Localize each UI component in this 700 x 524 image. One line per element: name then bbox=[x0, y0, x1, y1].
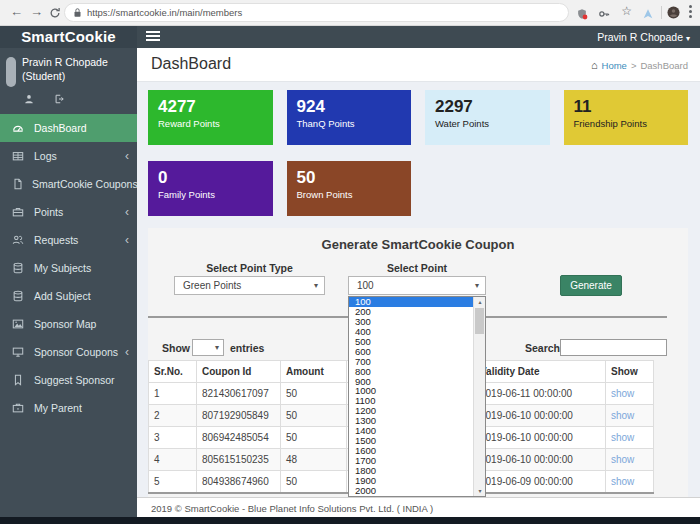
scroll-up-icon[interactable]: ▴ bbox=[474, 297, 486, 307]
sidebar-item-label: Sponsor Map bbox=[34, 318, 129, 330]
table-cell: 804938674960 bbox=[197, 471, 281, 493]
show-link[interactable]: show bbox=[611, 410, 634, 421]
image-icon bbox=[12, 318, 26, 330]
app-navbar: SmartCookie Pravin R Chopade▾ bbox=[0, 26, 700, 48]
extension-blue-icon[interactable] bbox=[642, 6, 654, 24]
table-cell: 50 bbox=[281, 471, 347, 493]
chevron-down-icon: ▾ bbox=[475, 281, 479, 290]
user-dropdown[interactable]: Pravin R Chopade▾ bbox=[597, 26, 690, 48]
scroll-down-icon[interactable]: ▾ bbox=[474, 486, 486, 496]
dropdown-option[interactable]: 2000 bbox=[349, 486, 473, 496]
home-icon: ⌂ bbox=[591, 59, 598, 71]
scrollbar-thumb[interactable] bbox=[475, 308, 484, 334]
show-link[interactable]: show bbox=[611, 388, 634, 399]
database-icon bbox=[12, 290, 26, 302]
breadcrumb: ⌂ Home > DashBoard bbox=[591, 48, 688, 82]
sidebar-item-suggest-sponsor[interactable]: Suggest Sponsor bbox=[0, 366, 137, 394]
sidebar-item-sponsor-map[interactable]: Sponsor Map bbox=[0, 310, 137, 338]
stat-value: 50 bbox=[297, 168, 402, 188]
browser-back-icon[interactable]: ← bbox=[10, 3, 23, 21]
content-header: DashBoard ⌂ Home > DashBoard bbox=[137, 48, 700, 82]
table-cell: 3 bbox=[149, 427, 197, 449]
bookmark-star-icon[interactable]: ☆ bbox=[621, 4, 632, 18]
sidebar-item-requests[interactable]: Requests‹ bbox=[0, 226, 137, 254]
sidebar-item-logs[interactable]: Logs‹ bbox=[0, 142, 137, 170]
sign-out-icon[interactable] bbox=[54, 90, 64, 108]
stat-value: 11 bbox=[574, 97, 679, 117]
show-cell: show bbox=[606, 383, 654, 405]
browser-refresh-icon[interactable] bbox=[49, 6, 61, 24]
show-link[interactable]: show bbox=[611, 432, 634, 443]
table-cell: 2019-06-10 00:00:00 bbox=[475, 427, 606, 449]
stat-label: Friendship Points bbox=[574, 118, 679, 129]
point-select[interactable]: 100▾ bbox=[348, 276, 486, 295]
chevron-left-icon: ‹ bbox=[125, 345, 129, 359]
profile-icon[interactable] bbox=[24, 90, 34, 108]
sidebar-item-label: My Subjects bbox=[34, 262, 129, 274]
sidebar-item-dashboard[interactable]: DashBoard bbox=[0, 114, 137, 142]
entries-label: entries bbox=[230, 342, 264, 354]
search-input[interactable] bbox=[560, 339, 667, 356]
footer-text: 2019 © SmartCookie - Blue Planet Info So… bbox=[151, 503, 433, 514]
table-cell: 50 bbox=[281, 405, 347, 427]
sidebar-item-my-subjects[interactable]: My Subjects bbox=[0, 254, 137, 282]
table-cell: 50 bbox=[281, 427, 347, 449]
sidebar: Pravin R Chopade(Student) DashBoardLogs‹… bbox=[0, 48, 137, 517]
table-cell: 50 bbox=[281, 383, 347, 405]
stat-card-family-points: 0Family Points bbox=[148, 161, 273, 216]
table-cell: 2019-06-10 00:00:00 bbox=[475, 405, 606, 427]
show-link[interactable]: show bbox=[611, 476, 634, 487]
show-cell: show bbox=[606, 405, 654, 427]
url-text: https://smartcookie.in/main/members bbox=[87, 7, 242, 18]
hamburger-menu-icon[interactable] bbox=[146, 31, 160, 43]
toolbar-separator bbox=[661, 6, 662, 19]
table-cell: 2019-06-09 00:00:00 bbox=[475, 471, 606, 493]
footer: 2019 © SmartCookie - Blue Planet Info So… bbox=[137, 497, 700, 517]
stat-value: 924 bbox=[297, 97, 402, 117]
stats-row-1: 4277Reward Points924ThanQ Points2297Wate… bbox=[148, 90, 688, 145]
dropdown-option[interactable]: 800 bbox=[349, 367, 473, 377]
chevron-left-icon: ‹ bbox=[125, 233, 129, 247]
stat-label: Family Points bbox=[158, 189, 263, 200]
table-cell: 1 bbox=[149, 383, 197, 405]
sidebar-item-add-subject[interactable]: Add Subject bbox=[0, 282, 137, 310]
table-cell: 806942485054 bbox=[197, 427, 281, 449]
profile-avatar-icon[interactable] bbox=[667, 5, 680, 23]
point-type-select[interactable]: Green Points▾ bbox=[174, 276, 325, 295]
stat-card-brown-points: 50Brown Points bbox=[287, 161, 412, 216]
stat-card-reward-points: 4277Reward Points bbox=[148, 90, 273, 145]
stat-value: 4277 bbox=[158, 97, 263, 117]
dropdown-scrollbar[interactable]: ▴ ▾ bbox=[473, 297, 485, 496]
stat-label: Reward Points bbox=[158, 118, 263, 129]
address-bar[interactable]: https://smartcookie.in/main/members bbox=[64, 3, 569, 22]
show-link[interactable]: show bbox=[611, 454, 634, 465]
stat-value: 0 bbox=[158, 168, 263, 188]
search-label: Search: bbox=[525, 342, 564, 354]
show-cell: show bbox=[606, 449, 654, 471]
chevron-down-icon: ▾ bbox=[686, 34, 690, 43]
generate-button[interactable]: Generate bbox=[560, 275, 622, 296]
browser-forward-icon[interactable]: → bbox=[30, 3, 43, 21]
sidebar-item-label: SmartCookie Coupons bbox=[32, 178, 138, 190]
sidebar-item-sponsor-coupons[interactable]: Sponsor Coupons‹ bbox=[0, 338, 137, 366]
show-cell: show bbox=[606, 471, 654, 493]
chevron-left-icon: ‹ bbox=[125, 205, 129, 219]
table-cell: 5 bbox=[149, 471, 197, 493]
column-header-coupon-id: Coupon Id bbox=[197, 361, 281, 383]
stats-row-2: 0Family Points50Brown Points bbox=[148, 161, 688, 216]
sidebar-item-my-parent[interactable]: My Parent bbox=[0, 394, 137, 422]
sidebar-item-smartcookie-coupons[interactable]: SmartCookie Coupons‹ bbox=[0, 170, 137, 198]
sidebar-item-label: DashBoard bbox=[34, 122, 129, 134]
table-cell: 4 bbox=[149, 449, 197, 471]
browser-menu-icon[interactable] bbox=[689, 5, 692, 20]
breadcrumb-current: DashBoard bbox=[640, 60, 688, 71]
panel-title: Generate SmartCookie Coupon bbox=[148, 237, 688, 252]
avatar bbox=[6, 57, 16, 87]
key-icon[interactable] bbox=[598, 6, 610, 24]
breadcrumb-home-link[interactable]: Home bbox=[602, 60, 627, 71]
sidebar-item-points[interactable]: Points‹ bbox=[0, 198, 137, 226]
column-header-amount: Amount bbox=[281, 361, 347, 383]
entries-count-select[interactable]: ▾ bbox=[192, 339, 224, 356]
extension-shield-icon[interactable] bbox=[576, 6, 588, 24]
table-cell: 2019-06-11 00:00:00 bbox=[475, 383, 606, 405]
